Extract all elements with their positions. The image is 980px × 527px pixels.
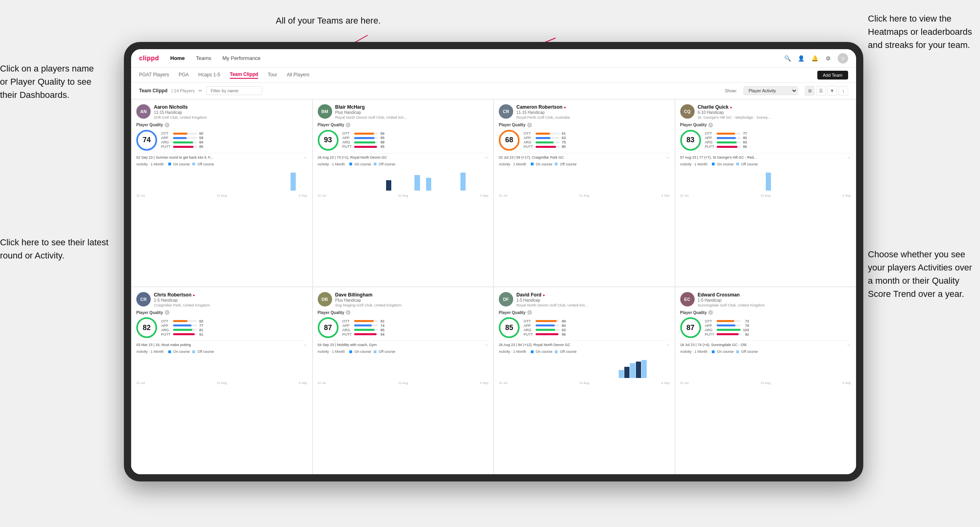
nav-item-home[interactable]: Home (170, 55, 185, 61)
player-quality-label[interactable]: Player Quality i (499, 123, 670, 127)
chart-bar (251, 190, 256, 191)
stat-bar-app (354, 324, 378, 326)
player-avatar[interactable]: DB (318, 292, 332, 306)
quality-circle[interactable]: 85 (499, 317, 520, 338)
chart-bar (697, 190, 702, 191)
player-name[interactable]: Charlie Quick ● (698, 104, 851, 110)
profile-icon[interactable]: 👤 (797, 54, 805, 62)
quality-section: 82 OTT 60 APP 77 ARG 81 PUTT (136, 317, 307, 338)
chart-bar (329, 190, 334, 191)
player-quality-label[interactable]: Player Quality i (499, 310, 670, 315)
chart-bar (829, 190, 834, 191)
chart-bar (737, 377, 742, 378)
chart-bar (840, 377, 845, 378)
nav-item-performance[interactable]: My Performance (223, 55, 261, 61)
player-name[interactable]: Chris Robertson ● (154, 292, 307, 298)
chart-bar (233, 377, 239, 378)
last-round-arrow[interactable]: → (484, 342, 488, 347)
player-quality-label[interactable]: Player Quality i (318, 123, 489, 127)
search-icon[interactable]: 🔍 (783, 54, 791, 62)
stat-value-app: 74 (380, 324, 384, 328)
quality-circle[interactable]: 82 (136, 317, 157, 338)
sub-nav-pga[interactable]: PGA (179, 72, 189, 78)
chart-bar (302, 377, 307, 378)
stat-bar-putt (536, 146, 560, 148)
chart-bar (823, 190, 828, 191)
last-round-arrow[interactable]: → (484, 155, 488, 160)
sub-nav-tour[interactable]: Tour (268, 72, 277, 78)
player-avatar[interactable]: CR (136, 292, 151, 306)
player-card: EC Edward Crossman 1-5 Handicap Sunningd… (675, 287, 857, 475)
chart-bar (267, 190, 273, 191)
quality-circle[interactable]: 93 (318, 130, 339, 151)
player-quality-label[interactable]: Player Quality i (680, 310, 851, 315)
player-avatar[interactable]: DF (499, 292, 513, 306)
quality-circle[interactable]: 83 (680, 130, 701, 151)
chart-bar (142, 190, 147, 191)
player-name[interactable]: Cameron Robertson ● (516, 104, 670, 110)
quality-circle[interactable]: 87 (680, 317, 701, 338)
player-avatar[interactable]: CR (499, 104, 513, 119)
chart-bar (811, 377, 817, 378)
chart-bar (659, 377, 664, 378)
sub-nav-pgat[interactable]: PGAT Players (139, 72, 169, 78)
stat-value-arg: 84 (199, 140, 203, 144)
stat-bar-putt (173, 333, 197, 335)
player-name[interactable]: Dave Billingham (335, 292, 489, 298)
player-avatar[interactable]: AN (136, 104, 151, 119)
player-quality-label[interactable]: Player Quality i (136, 123, 307, 127)
list-view-icon[interactable]: ☰ (816, 86, 826, 95)
quality-circle[interactable]: 87 (318, 317, 339, 338)
player-name[interactable]: Aaron Nicholls (154, 104, 307, 110)
sort-icon[interactable]: ↕ (839, 86, 848, 95)
settings-icon[interactable]: ⚙ (824, 54, 832, 62)
last-round-arrow[interactable]: → (303, 342, 307, 347)
last-round-arrow[interactable]: → (303, 155, 307, 160)
on-course-legend (168, 163, 171, 165)
sub-nav-all-players[interactable]: All Players (287, 72, 309, 78)
quality-circle[interactable]: 74 (136, 130, 157, 151)
player-info: David Ford ● 1-5 Handicap Royal North De… (516, 292, 670, 308)
stat-label-ott: OTT (161, 319, 171, 323)
player-avatar[interactable]: BM (318, 104, 332, 119)
bell-icon[interactable]: 🔔 (811, 54, 819, 62)
filter-input[interactable] (206, 86, 262, 95)
filter-icon[interactable]: ▼ (827, 86, 837, 95)
player-name[interactable]: David Ford ● (516, 292, 670, 298)
quality-circle[interactable]: 68 (499, 130, 520, 151)
player-name[interactable]: Blair McHarg (335, 104, 489, 110)
last-round-arrow[interactable]: → (665, 342, 670, 347)
chart-bar (279, 190, 284, 191)
player-quality-label[interactable]: Player Quality i (136, 310, 307, 315)
player-name[interactable]: Edward Crossman (698, 292, 851, 298)
stat-label-ott: OTT (161, 131, 171, 135)
stat-label-arg: ARG (524, 140, 533, 144)
chart-bar (296, 190, 301, 191)
last-round-arrow[interactable]: → (847, 342, 851, 347)
player-avatar[interactable]: CQ (680, 104, 695, 119)
grid-view-icon[interactable]: ⊞ (805, 86, 815, 95)
player-avatar[interactable]: EC (680, 292, 695, 306)
chart-bar (749, 377, 754, 378)
last-round-arrow[interactable]: → (665, 155, 670, 160)
sub-nav-team-clippd[interactable]: Team Clippd (230, 72, 258, 79)
info-icon: i (346, 123, 351, 127)
chart-bar (477, 190, 482, 191)
last-round-arrow[interactable]: → (847, 155, 851, 160)
stat-label-ott: OTT (524, 319, 533, 323)
chart-bar (686, 377, 691, 378)
player-quality-label[interactable]: Player Quality i (680, 123, 851, 127)
nav-item-teams[interactable]: Teams (196, 55, 211, 61)
chart-bar (205, 190, 210, 191)
stat-value-ott: 82 (380, 319, 384, 323)
user-avatar[interactable]: U (838, 53, 848, 64)
last-round: 03 Mar 23 | 19, Must make putting → (136, 340, 307, 347)
show-select[interactable]: Player Activity Quality Score Trend (743, 86, 798, 95)
add-team-button[interactable]: Add Team (817, 71, 848, 80)
chart-bar (374, 190, 380, 191)
sub-nav-hcaps[interactable]: Hcaps 1-5 (198, 72, 220, 78)
pencil-icon[interactable]: ✏ (199, 88, 202, 93)
off-course-legend (555, 350, 558, 353)
chart-bar (720, 190, 725, 191)
player-quality-label[interactable]: Player Quality i (318, 310, 489, 315)
